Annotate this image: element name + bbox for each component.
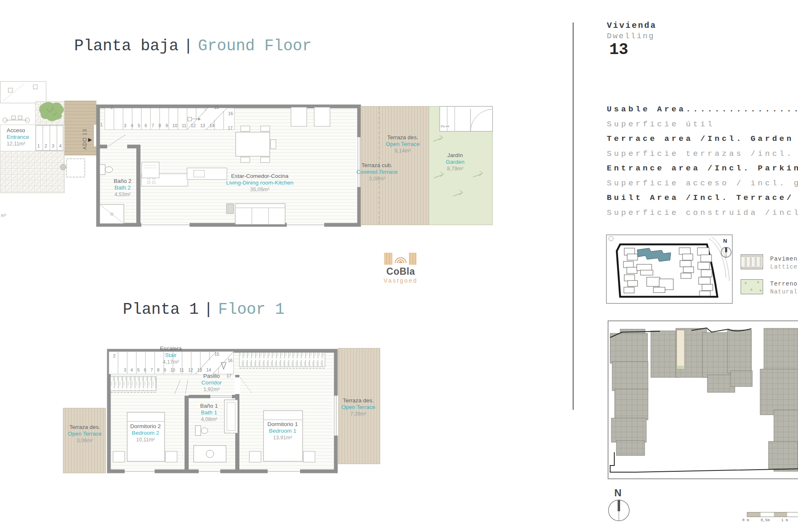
scale-bar — [747, 512, 798, 517]
legend-swatch-natural — [741, 279, 763, 294]
scale-bar-labels: 0 m0,5m1 m — [742, 518, 788, 522]
ado-arrow-icon: ▶ — [88, 137, 92, 143]
legend-item-natural: Terreno Natural — [770, 280, 798, 296]
legend-text: Terreno — [770, 280, 798, 288]
room-name-es: Escalera — [156, 345, 186, 352]
ado-corridor — [64, 101, 96, 155]
legend-swatch-lattice — [741, 254, 763, 269]
kitchen-column-unit — [314, 107, 330, 126]
step-number: 3 — [52, 143, 54, 148]
dining-table — [236, 132, 270, 156]
room-name-en: Open Terrace — [378, 141, 427, 148]
vanity — [194, 446, 226, 462]
toilet — [195, 426, 201, 436]
stair-number: 9 — [165, 123, 168, 128]
stair-number: 11 — [182, 123, 186, 128]
room-label-bath1: Baño 1 Bath 1 4,08m² — [194, 403, 224, 423]
dwelling-number: 13 — [609, 41, 628, 59]
stair-number: 8 — [157, 367, 160, 372]
room-area: 4,53m² — [108, 191, 138, 198]
key-site-plan — [605, 233, 798, 305]
area-line-en: Entrance area /Incl. Parking — [607, 161, 798, 176]
area-line-en: Built Area /Incl. Terrace/ ... — [607, 191, 798, 206]
room-name-es: Estar-Comedor-Cocina — [226, 173, 293, 180]
stair-number: 8 — [158, 123, 161, 128]
room-name-en: Corridor — [195, 379, 228, 386]
clipped-area-fragment: m² — [1, 213, 6, 218]
room-name-es: Dormitorio 1 — [263, 421, 303, 428]
stair-number: 16 — [228, 358, 233, 363]
highlighted-unit — [677, 330, 685, 369]
room-area: 4,08m² — [194, 416, 224, 423]
logo-subtitle: Vastgoed — [381, 277, 421, 284]
stair-number: 15 — [214, 105, 219, 110]
logo-spiral-icon — [392, 250, 409, 265]
scale-label: 1 m — [781, 518, 788, 522]
shower — [224, 400, 238, 433]
room-area: 8,79m² — [438, 165, 472, 172]
stair-number: 16 — [228, 111, 233, 116]
toilet — [100, 165, 105, 175]
room-label-bedroom2: Dormitorio 2 Bedroom 2 10,11m² — [126, 423, 165, 443]
room-label-living: Estar-Comedor-Cocina Living-Dining room-… — [226, 173, 293, 193]
legend-item-lattice: Pavimen Lattice — [770, 255, 798, 271]
detailed-site-plan — [605, 318, 798, 482]
area-line-en: Terrace area /Incl. Garden ar — [607, 132, 798, 147]
compass-north-label: N — [614, 487, 621, 499]
step-number: 2 — [44, 143, 47, 148]
step-number: 4 — [59, 143, 62, 148]
room-label-bedroom1: Dormitorio 1 Bedroom 1 13,91m² — [263, 421, 303, 441]
floor1-title-en: Floor 1 — [218, 300, 285, 318]
room-name-es: Baño 1 — [194, 403, 224, 409]
stair-number: 7 — [150, 367, 153, 372]
stair-number: 11 — [180, 367, 184, 372]
area-line-en: Usable Area................... — [607, 102, 798, 117]
step-number: 1 — [445, 125, 450, 128]
ground-floor-title: Planta baja|Ground Floor — [55, 19, 312, 55]
room-label-bath2: Baño 2 Bath 2 4,53m² — [108, 178, 138, 198]
wardrobe-bedroom2 — [111, 377, 156, 391]
stair-number: 10 — [170, 367, 175, 372]
room-area: 3,08m² — [351, 175, 403, 182]
stair-number: 6 — [144, 367, 146, 372]
stair-number: 2 — [113, 353, 116, 358]
room-area: 4,17m² — [156, 359, 186, 365]
scale-label: 0,5m — [761, 518, 770, 522]
legend-text: Natural — [770, 288, 798, 296]
room-name-es: Terraza cub. — [351, 162, 403, 169]
stair-number: 6 — [145, 123, 147, 128]
ado-13-label: ADO 13 — [82, 121, 89, 158]
room-label-open-terrace-gf: Terraza des. Open Terrace 8,14m² — [378, 134, 427, 154]
stair-number: 13 — [200, 123, 205, 128]
room-name-en: Bath 1 — [194, 409, 224, 416]
room-name-es: Pasillo — [195, 373, 228, 379]
stair-number: 13 — [197, 367, 202, 372]
stair-number: 9 — [164, 367, 166, 372]
brochure-page: { "colors": { "accent_teal": "#3cafbc", … — [0, 0, 798, 532]
room-name-es: Baño 2 — [108, 178, 138, 185]
room-name-en: Stair — [156, 352, 186, 359]
room-area: 3,06m² — [64, 437, 106, 444]
stair-number: 17 — [228, 126, 233, 131]
legend-text: Pavimen — [770, 255, 798, 263]
stair-number: 4 — [131, 123, 133, 128]
room-area: 12,11m² — [7, 140, 38, 147]
room-name-es: Terraza des. — [378, 134, 427, 141]
cobla-logo: CoBla Vastgoed — [381, 249, 421, 284]
dwelling-label-en: Dwelling — [607, 32, 655, 41]
room-label-corridor: Pasillo Corridor 1,92m² — [195, 373, 228, 393]
room-name-en: Living-Dining room-Kitchen — [226, 180, 293, 186]
title-separator: | — [183, 37, 193, 55]
room-label-terrace-left: Terraza des. Open Terrace 3,06m² — [64, 424, 106, 444]
dwelling-label-es: Vivienda — [607, 21, 657, 30]
area-line-es: Superficie construida /incl. — [607, 206, 798, 221]
legend-text: Lattice — [770, 263, 798, 271]
room-label-stair: Escalera Stair 4,17m² — [156, 345, 186, 365]
stair-number: 2 — [111, 105, 113, 110]
plant-icon — [39, 102, 64, 121]
room-label-covered-terrace: Terraza cub. Covered Terrace 3,08m² — [351, 162, 403, 182]
room-name-en: Bedroom 1 — [263, 428, 303, 434]
sofa — [235, 204, 285, 224]
room-area: 35,05m² — [226, 186, 293, 193]
room-area: 1,92m² — [195, 386, 228, 393]
